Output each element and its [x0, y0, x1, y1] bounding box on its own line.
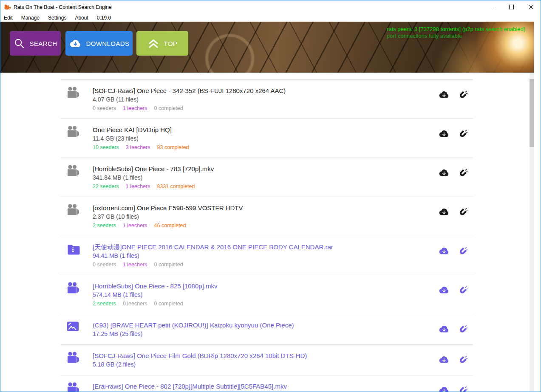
torrent-result-row: One Piece KAI [DVDrip HQ]11.4 GB (23 fil…	[61, 118, 473, 158]
menu-item-about[interactable]: About	[71, 15, 92, 21]
torrent-size: 341.84 MB (1 files)	[93, 173, 422, 182]
menu-item-edit[interactable]: Edit	[0, 15, 17, 21]
torrent-title[interactable]: [天使动漫]ONE PIECE 2016 CALENDAR & 2016 ONE…	[93, 243, 422, 251]
magnet-link-button[interactable]	[457, 386, 468, 392]
nav-button-search[interactable]: SEARCH	[10, 31, 61, 56]
magnet-icon	[457, 207, 468, 218]
video-file-icon	[61, 282, 93, 308]
magnet-link-button[interactable]	[457, 207, 468, 218]
maximize-button[interactable]	[501, 0, 521, 14]
torrent-result-row: [HorribleSubs] One Piece - 783 [720p].mk…	[61, 158, 473, 197]
download-torrent-button[interactable]	[438, 246, 450, 257]
video-file-icon	[61, 382, 93, 392]
result-details: [SOFCJ-Raws] One Piece Film Gold (BDRip …	[93, 351, 473, 369]
nav-button-top[interactable]: TOP	[136, 31, 188, 56]
download-torrent-button[interactable]	[438, 129, 450, 140]
magnet-link-button[interactable]	[457, 168, 468, 179]
nav-button-downloads[interactable]: DOWNLOADS	[65, 31, 133, 56]
window-controls	[482, 0, 541, 14]
torrent-result-row: (C93) [BRAVE HEART petit (KOJIROU!)] Kai…	[61, 314, 473, 344]
close-button[interactable]	[521, 0, 541, 14]
download-torrent-button[interactable]	[438, 90, 450, 101]
download-torrent-button[interactable]	[438, 355, 450, 366]
magnet-link-button[interactable]	[457, 246, 468, 257]
peer-status-line: rats peers: 3 [737298 torrents] (p2p rat…	[387, 26, 525, 33]
cloud-download-icon	[438, 355, 450, 366]
magnet-link-button[interactable]	[457, 129, 468, 140]
torrent-title[interactable]: [SOFCJ-Raws] One Piece Film Gold (BDRip …	[93, 351, 422, 360]
magnet-link-button[interactable]	[457, 324, 468, 335]
result-details: [Erai-raws] One Piece - 802 [720p][Multi…	[93, 382, 473, 392]
torrent-title[interactable]: (C93) [BRAVE HEART petit (KOJIROU!)] Kai…	[93, 321, 422, 330]
cloud-download-icon	[438, 129, 450, 140]
leechers-count: 3 leechers	[126, 144, 150, 150]
torrent-title[interactable]: [HorribleSubs] One Piece - 825 [1080p].m…	[93, 282, 422, 290]
leechers-count: 0 leechers	[123, 301, 147, 307]
menu-item-settings[interactable]: Settings	[44, 15, 71, 21]
close-icon	[529, 5, 533, 9]
torrent-result-row: [HorribleSubs] One Piece - 825 [1080p].m…	[61, 275, 473, 314]
magnet-icon	[457, 355, 468, 366]
peer-status: rats peers: 3 [737298 torrents] (p2p rat…	[387, 26, 525, 39]
result-details: [oxtorrent.com] One Piece E590-599 VOSTF…	[93, 203, 473, 230]
magnet-link-button[interactable]	[457, 355, 468, 366]
video-file-icon	[61, 86, 93, 113]
seeders-count: 10 seeders	[93, 144, 119, 150]
result-details: [天使动漫]ONE PIECE 2016 CALENDAR & 2016 ONE…	[93, 243, 473, 269]
torrent-result-row: [SOFCJ-Raws] One Piece Film Gold (BDRip …	[61, 344, 473, 375]
magnet-icon	[457, 285, 468, 296]
row-actions	[438, 285, 468, 296]
download-torrent-button[interactable]	[438, 207, 450, 218]
menubar: EditManageSettingsAbout0.19.0	[0, 14, 541, 22]
result-details: [SOFCJ-Raws] One Piece - 342-352 (BS-FUJ…	[93, 86, 473, 113]
magnet-link-button[interactable]	[457, 90, 468, 101]
torrent-title[interactable]: One Piece KAI [DVDrip HQ]	[93, 125, 422, 134]
double-chevron-up-icon	[147, 38, 159, 49]
completed-count: 0 completed	[154, 262, 183, 268]
torrent-size: 5.18 GB (2 files)	[93, 360, 422, 369]
row-actions	[438, 129, 468, 140]
row-actions	[438, 90, 468, 101]
leechers-count: 1 leechers	[123, 223, 147, 228]
window-title: Rats On The Boat - Content Search Engine	[14, 4, 112, 10]
menu-item-0-19-0[interactable]: 0.19.0	[93, 15, 115, 21]
scrollbar-thumb[interactable]	[530, 79, 534, 147]
completed-count: 46 completed	[154, 223, 186, 228]
completed-count: 0 completed	[154, 301, 183, 307]
download-torrent-button[interactable]	[438, 285, 450, 296]
cloud-download-icon	[438, 207, 450, 218]
cloud-download-icon	[438, 168, 450, 179]
result-details: [HorribleSubs] One Piece - 783 [720p].mk…	[93, 164, 473, 191]
magnet-icon	[457, 129, 468, 140]
completed-count: 0 completed	[154, 105, 183, 111]
seeders-count: 22 seeders	[93, 183, 119, 189]
menu-item-manage[interactable]: Manage	[17, 15, 44, 21]
torrent-title[interactable]: [SOFCJ-Raws] One Piece - 342-352 (BS-FUJ…	[93, 86, 422, 95]
torrent-size: 17.25 MB (25 files)	[93, 330, 422, 338]
row-actions	[438, 386, 468, 392]
torrent-result-row: [Erai-raws] One Piece - 802 [720p][Multi…	[61, 375, 473, 392]
torrent-title[interactable]: [Erai-raws] One Piece - 802 [720p][Multi…	[93, 382, 422, 391]
app-window: Rats On The Boat - Content Search Engine…	[0, 0, 541, 392]
torrent-title[interactable]: [oxtorrent.com] One Piece E590-599 VOSTF…	[93, 203, 422, 212]
download-torrent-button[interactable]	[438, 168, 450, 179]
scrollbar-track[interactable]	[530, 73, 534, 392]
magnet-icon	[457, 90, 468, 101]
completed-count: 93 completed	[157, 144, 189, 150]
image-file-icon	[61, 321, 93, 338]
titlebar: Rats On The Boat - Content Search Engine	[0, 0, 541, 14]
torrent-stats: 2 seeders0 leechers0 completed	[93, 300, 422, 308]
magnet-link-button[interactable]	[457, 285, 468, 296]
result-details: [HorribleSubs] One Piece - 825 [1080p].m…	[93, 282, 473, 308]
cloud-download-icon	[438, 285, 450, 296]
torrent-size: 94.41 MB (1 files)	[93, 251, 422, 260]
torrent-title[interactable]: [HorribleSubs] One Piece - 783 [720p].mk…	[93, 164, 422, 173]
cloud-download-icon	[438, 386, 450, 392]
minimize-button[interactable]	[482, 0, 501, 14]
download-torrent-button[interactable]	[438, 324, 450, 335]
nav-button-label: TOP	[164, 40, 178, 47]
download-torrent-button[interactable]	[438, 386, 450, 392]
torrent-size: 4.07 GB (11 files)	[93, 95, 422, 104]
seeders-count: 0 seeders	[93, 105, 116, 111]
magnet-icon	[457, 324, 468, 335]
